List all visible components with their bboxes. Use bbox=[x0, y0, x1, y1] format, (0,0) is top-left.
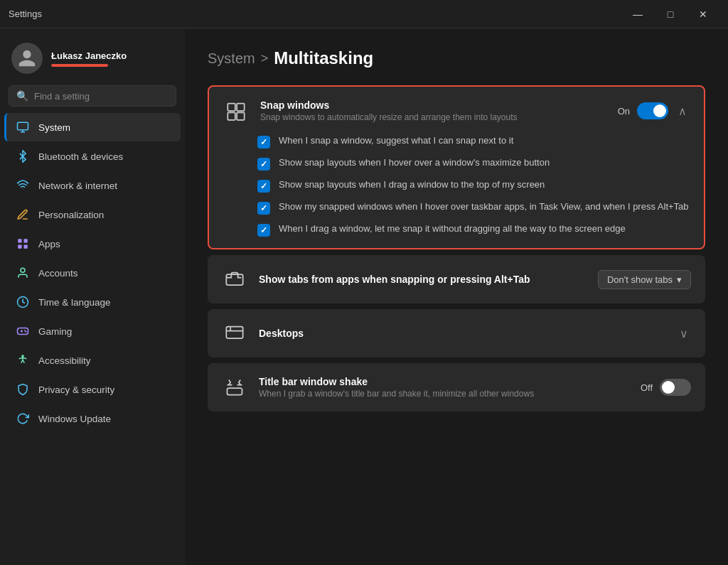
snap-option-2: ✓ Show snap layouts when I hover over a … bbox=[257, 157, 690, 171]
snap-windows-subtitle: Snap windows to automatically resize and… bbox=[260, 112, 606, 122]
apps-icon bbox=[16, 237, 30, 251]
svg-point-12 bbox=[26, 331, 26, 332]
sidebar-item-accessibility-label: Accessibility bbox=[38, 355, 91, 366]
show-tabs-section: Show tabs from apps when snapping or pre… bbox=[208, 255, 705, 303]
svg-rect-14 bbox=[228, 104, 235, 112]
time-icon bbox=[16, 295, 30, 309]
svg-point-11 bbox=[25, 330, 26, 331]
sidebar-item-update[interactable]: Windows Update bbox=[4, 404, 181, 433]
sidebar-item-bluetooth[interactable]: Bluetooth & devices bbox=[4, 142, 181, 171]
search-box[interactable]: 🔍 bbox=[9, 85, 176, 107]
snap-toggle-label: On bbox=[618, 106, 630, 117]
title-bar-header: Title bar window shake When I grab a win… bbox=[208, 363, 705, 411]
snap-windows-title: Snap windows bbox=[260, 99, 606, 111]
snap-option-3: ✓ Show snap layouts when I drag a window… bbox=[257, 179, 690, 193]
update-icon bbox=[16, 411, 30, 426]
breadcrumb: System > Multitasking bbox=[208, 48, 705, 68]
sidebar-item-accessibility[interactable]: Accessibility bbox=[4, 346, 181, 375]
dropdown-arrow-icon: ▾ bbox=[677, 274, 682, 285]
user-avatar-icon bbox=[17, 48, 37, 68]
sidebar-item-gaming[interactable]: Gaming bbox=[4, 317, 181, 345]
snap-windows-options: ✓ When I snap a window, suggest what I c… bbox=[209, 135, 704, 248]
sidebar-item-system[interactable]: System bbox=[4, 113, 181, 141]
desktops-title: Desktops bbox=[259, 328, 665, 339]
svg-rect-5 bbox=[24, 245, 28, 249]
show-tabs-header-text: Show tabs from apps when snapping or pre… bbox=[259, 274, 587, 285]
sidebar-item-privacy-label: Privacy & security bbox=[38, 384, 114, 395]
snap-option-5: ✓ When I drag a window, let me snap it w… bbox=[257, 223, 690, 237]
sidebar-item-personalization-label: Personalization bbox=[38, 210, 104, 220]
sidebar-item-apps[interactable]: Apps bbox=[4, 230, 181, 258]
sidebar-item-personalization[interactable]: Personalization bbox=[4, 200, 181, 229]
snap-option-2-label: Show snap layouts when I hover over a wi… bbox=[279, 157, 550, 168]
checkmark-icon: ✓ bbox=[260, 225, 267, 235]
snap-windows-chevron[interactable]: ∧ bbox=[675, 102, 690, 121]
sidebar-item-gaming-label: Gaming bbox=[38, 326, 72, 337]
snap-option-5-checkbox[interactable]: ✓ bbox=[257, 224, 270, 237]
svg-rect-16 bbox=[228, 112, 235, 120]
minimize-button[interactable]: — bbox=[621, 3, 654, 26]
maximize-button[interactable]: □ bbox=[654, 3, 687, 26]
sidebar-item-accounts-label: Accounts bbox=[38, 268, 78, 279]
title-bar-header-text: Title bar window shake When I grab a win… bbox=[259, 376, 629, 399]
title-bar-toggle[interactable] bbox=[660, 379, 691, 396]
personalization-icon bbox=[16, 208, 30, 222]
show-tabs-control: Don't show tabs ▾ bbox=[598, 270, 691, 289]
breadcrumb-parent: System bbox=[208, 50, 255, 67]
sidebar-item-privacy[interactable]: Privacy & security bbox=[4, 375, 181, 404]
desktops-header: Desktops ∨ bbox=[208, 309, 705, 357]
desktops-chevron[interactable]: ∨ bbox=[677, 324, 691, 343]
sidebar-item-update-label: Windows Update bbox=[38, 414, 111, 424]
sidebar: Łukasz Janeczko 🔍 System Bluetooth & dev… bbox=[0, 28, 185, 565]
snap-option-4-label: Show my snapped windows when I hover ove… bbox=[279, 201, 689, 212]
system-icon bbox=[16, 120, 30, 134]
snap-option-2-checkbox[interactable]: ✓ bbox=[257, 158, 270, 171]
user-profile: Łukasz Janeczko bbox=[0, 34, 185, 85]
titlebar-title: Settings bbox=[9, 9, 42, 19]
sidebar-item-time-label: Time & language bbox=[38, 297, 111, 308]
sidebar-item-system-label: System bbox=[38, 122, 70, 133]
svg-rect-19 bbox=[226, 327, 242, 338]
sidebar-item-accounts[interactable]: Accounts bbox=[4, 259, 181, 287]
sidebar-item-network[interactable]: Network & internet bbox=[4, 171, 181, 200]
snap-windows-toggle[interactable] bbox=[637, 102, 668, 119]
snap-option-1-label: When I snap a window, suggest what I can… bbox=[279, 135, 513, 146]
svg-rect-15 bbox=[237, 104, 245, 112]
desktops-header-text: Desktops bbox=[259, 328, 665, 339]
show-tabs-dropdown-label: Don't show tabs bbox=[607, 274, 673, 285]
snap-toggle-knob bbox=[653, 104, 666, 117]
user-name: Łukasz Janeczko bbox=[51, 50, 127, 61]
show-tabs-title: Show tabs from apps when snapping or pre… bbox=[259, 274, 587, 285]
snap-windows-header-text: Snap windows Snap windows to automatical… bbox=[260, 99, 606, 122]
nav-items: System Bluetooth & devices Network & int… bbox=[0, 112, 185, 565]
search-input[interactable] bbox=[34, 91, 168, 102]
title-bar-title: Title bar window shake bbox=[259, 376, 629, 387]
show-tabs-dropdown[interactable]: Don't show tabs ▾ bbox=[598, 270, 691, 289]
user-status-bar bbox=[51, 64, 108, 67]
svg-rect-17 bbox=[237, 112, 245, 120]
snap-option-4-checkbox[interactable]: ✓ bbox=[257, 202, 270, 215]
svg-rect-22 bbox=[228, 388, 242, 394]
search-icon: 🔍 bbox=[16, 90, 28, 102]
svg-rect-4 bbox=[24, 239, 28, 242]
app-container: Łukasz Janeczko 🔍 System Bluetooth & dev… bbox=[0, 28, 728, 565]
svg-rect-6 bbox=[18, 245, 21, 249]
sidebar-item-apps-label: Apps bbox=[38, 239, 60, 249]
snap-option-4: ✓ Show my snapped windows when I hover o… bbox=[257, 201, 690, 215]
checkmark-icon: ✓ bbox=[260, 181, 267, 191]
titlebar: Settings — □ ✕ bbox=[0, 0, 728, 28]
snap-option-3-checkbox[interactable]: ✓ bbox=[257, 180, 270, 193]
network-icon bbox=[16, 178, 30, 193]
snap-option-1-checkbox[interactable]: ✓ bbox=[257, 136, 270, 149]
close-button[interactable]: ✕ bbox=[687, 3, 719, 26]
accessibility-icon bbox=[16, 353, 30, 367]
snap-windows-header: Snap windows Snap windows to automatical… bbox=[209, 87, 704, 135]
bluetooth-icon bbox=[16, 149, 30, 163]
accounts-icon bbox=[16, 266, 30, 280]
sidebar-item-time[interactable]: Time & language bbox=[4, 288, 181, 316]
privacy-icon bbox=[16, 382, 30, 397]
svg-rect-0 bbox=[18, 122, 28, 130]
main-content: System > Multitasking Snap windows Snap … bbox=[185, 28, 728, 565]
desktops-icon bbox=[222, 321, 247, 346]
breadcrumb-current: Multitasking bbox=[274, 48, 373, 68]
